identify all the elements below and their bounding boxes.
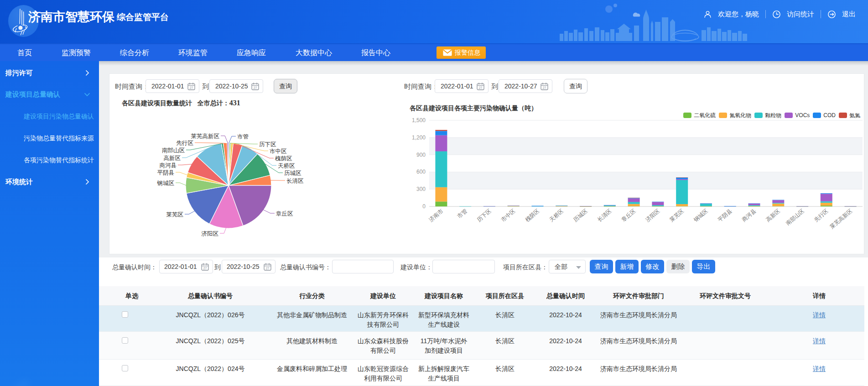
svg-text:济阳区: 济阳区	[645, 208, 661, 223]
svg-text:1,500: 1,500	[412, 117, 426, 124]
svg-text:商河县: 商河县	[741, 208, 758, 223]
svg-text:市中区: 市中区	[500, 208, 517, 223]
svg-text:天桥区: 天桥区	[278, 163, 295, 169]
svg-text:济阳区: 济阳区	[202, 231, 219, 237]
svg-text:章丘区: 章丘区	[276, 211, 293, 217]
svg-text:先行区: 先行区	[813, 208, 830, 223]
svg-text:历城区: 历城区	[284, 170, 301, 176]
svg-text:高新区: 高新区	[164, 155, 181, 161]
svg-text:高新区: 高新区	[765, 208, 782, 223]
svg-text:平阴县: 平阴县	[717, 208, 733, 223]
svg-text:市管: 市管	[237, 134, 249, 140]
svg-text:莱芜高新区: 莱芜高新区	[829, 208, 854, 230]
svg-text:900: 900	[416, 152, 426, 158]
svg-text:平阴县: 平阴县	[157, 170, 175, 176]
svg-text:济南市: 济南市	[428, 208, 445, 223]
svg-text:300: 300	[416, 186, 426, 192]
svg-text:长清区: 长清区	[286, 178, 304, 184]
svg-text:600: 600	[416, 169, 426, 175]
svg-text:27: 27	[266, 267, 270, 270]
svg-text:南部山区: 南部山区	[785, 208, 806, 227]
svg-text:长清区: 长清区	[596, 208, 613, 223]
svg-text:0: 0	[422, 203, 426, 210]
svg-text:市中区: 市中区	[270, 148, 287, 154]
svg-text:27: 27	[203, 267, 207, 270]
svg-text:莱芜区: 莱芜区	[166, 211, 184, 218]
svg-text:槐荫区: 槐荫区	[524, 208, 541, 224]
svg-text:历下区: 历下区	[476, 208, 493, 223]
svg-text:南部山区: 南部山区	[162, 147, 185, 154]
svg-text:槐荫区: 槐荫区	[275, 155, 292, 162]
svg-text:莱芜区: 莱芜区	[669, 208, 686, 223]
svg-text:市管: 市管	[456, 208, 468, 220]
svg-text:商河县: 商河县	[160, 162, 177, 169]
svg-text:章丘区: 章丘区	[620, 208, 637, 223]
svg-text:钢城区: 钢城区	[692, 208, 709, 224]
svg-text:莱芜高新区: 莱芜高新区	[191, 133, 220, 139]
svg-text:天桥区: 天桥区	[548, 208, 565, 223]
svg-text:1,200: 1,200	[412, 134, 426, 141]
svg-text:先行区: 先行区	[177, 140, 194, 146]
svg-text:钢城区: 钢城区	[157, 180, 175, 186]
svg-text:历城区: 历城区	[572, 208, 589, 223]
svg-text:历下区: 历下区	[259, 141, 276, 148]
